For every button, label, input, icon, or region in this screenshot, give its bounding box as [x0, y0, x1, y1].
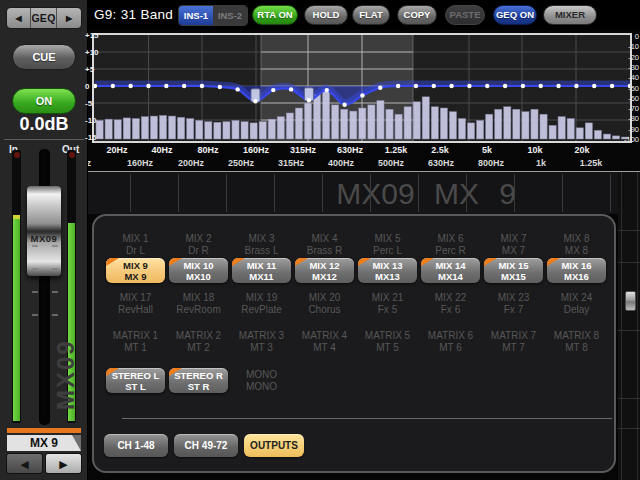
channel-matrix-7[interactable]: MATRIX 7MT 7	[491, 330, 536, 353]
flat-button[interactable]: FLAT	[352, 5, 390, 25]
name-cell-divider	[322, 174, 323, 212]
left-scale-label: 0	[85, 82, 89, 91]
eq-graph-svg[interactable]	[94, 35, 630, 141]
channel-matrix-5[interactable]: MATRIX 5MT 5	[365, 330, 410, 353]
name-cell-divider	[514, 174, 515, 212]
channel-name-watermark-primary: MX09	[328, 172, 423, 214]
eq-graph[interactable]	[92, 33, 632, 143]
channel-mono[interactable]: MONOMONO	[246, 369, 277, 392]
name-cell-divider	[226, 174, 227, 212]
strip-tick	[618, 330, 640, 331]
band-label: 500Hz	[369, 158, 413, 168]
channel-mix-12-button[interactable]: MIX 12MX12	[295, 258, 354, 283]
channel-matrix-8[interactable]: MATRIX 8MT 8	[554, 330, 599, 353]
channel-select-cell: MATRIX 4MT 4	[293, 330, 356, 353]
channel-mix-10-button[interactable]: MIX 10MX10	[169, 258, 228, 283]
input-clip-led	[14, 152, 20, 158]
name-cell-divider	[274, 174, 275, 212]
channel-mix-8[interactable]: MIX 8MX 8	[563, 233, 589, 256]
channel-matrix-2[interactable]: MATRIX 2MT 2	[176, 330, 221, 353]
tab-ins-2[interactable]: INS-2	[213, 6, 247, 25]
outputs-tab[interactable]: OUTPUTS	[244, 434, 304, 457]
channel-mix-4[interactable]: MIX 4Brass R	[307, 233, 343, 256]
channel-color-bar	[7, 428, 81, 433]
channel-name-row: MX09 MX 9	[88, 172, 640, 214]
channel-mix-15-button[interactable]: MIX 15MX15	[484, 258, 543, 283]
channel-matrix-6[interactable]: MATRIX 6MT 6	[428, 330, 473, 353]
channel-select-cell: MIX 7MX 7	[482, 233, 545, 256]
channel-mix-11-button[interactable]: MIX 11MX11	[232, 258, 291, 283]
name-cell-divider	[466, 174, 467, 212]
channel-stereo-r-button[interactable]: STEREO RST R	[169, 368, 228, 393]
channel-mix-6[interactable]: MIX 6Perc R	[435, 233, 466, 256]
fader-knob-label: MX09	[31, 233, 58, 244]
next-channel-button[interactable]: ▶	[45, 453, 82, 474]
copy-button[interactable]: COPY	[397, 5, 437, 25]
right-scale-label: 0	[620, 32, 639, 41]
channel-select-cell: MATRIX 3MT 3	[230, 330, 293, 353]
channel-select-row: MIX 17RevHallMIX 18RevRoomMIX 19RevPlate…	[104, 292, 608, 315]
channel-name-tag: MX 9	[7, 435, 81, 451]
input-meter-fill	[13, 219, 20, 421]
channel-select-cell: MIX 24Delay	[545, 292, 608, 315]
freq-label: 630Hz	[328, 145, 372, 155]
page-title: G9: 31 Band	[94, 7, 173, 22]
on-button[interactable]: ON	[12, 88, 76, 114]
prev-channel-button[interactable]: ◀	[6, 453, 43, 474]
channel-mix-7[interactable]: MIX 7MX 7	[500, 233, 526, 256]
strip-tick	[618, 398, 640, 399]
background-fader-strip	[618, 172, 640, 480]
channel-select-cell: MIX 5Perc L	[356, 233, 419, 256]
name-cell-divider	[178, 174, 179, 212]
channel-strip-sidebar: ◀ GEQ ▶ CUE ON 0.0dB In Out MX09 MX09 MX…	[0, 0, 88, 480]
background-fader-thumb[interactable]	[625, 291, 636, 311]
geq-prev-icon[interactable]: ◀	[7, 8, 31, 28]
hold-button[interactable]: HOLD	[304, 5, 348, 25]
geq-next-icon[interactable]: ▶	[57, 8, 81, 28]
channel-mix-24[interactable]: MIX 24Delay	[561, 292, 593, 315]
channel-mix-20[interactable]: MIX 20Chorus	[308, 292, 340, 315]
tab-ins-1[interactable]: INS-1	[179, 6, 213, 25]
channel-name-watermark-secondary: MX 9	[425, 172, 525, 214]
channel-mix-17[interactable]: MIX 17RevHall	[118, 292, 153, 315]
channel-mix-14-button[interactable]: MIX 14MX14	[421, 258, 480, 283]
rta-on-button[interactable]: RTA ON	[252, 5, 298, 25]
channel-select-cell: MIX 17RevHall	[104, 292, 167, 315]
channel-stereo-l-button[interactable]: STEREO LST L	[106, 368, 165, 393]
channel-mix-21[interactable]: MIX 21Fx 5	[372, 292, 404, 315]
channel-mix-23[interactable]: MIX 23Fx 7	[498, 292, 530, 315]
channel-matrix-3[interactable]: MATRIX 3MT 3	[239, 330, 284, 353]
channel-matrix-1[interactable]: MATRIX 1MT 1	[113, 330, 158, 353]
right-scale-label: -30	[620, 63, 639, 72]
fader-knob[interactable]: MX09	[27, 186, 61, 276]
channel-matrix-4[interactable]: MATRIX 4MT 4	[302, 330, 347, 353]
freq-label: 5k	[465, 145, 509, 155]
name-cell-divider	[562, 174, 563, 212]
channel-mix-5[interactable]: MIX 5Perc L	[373, 233, 402, 256]
channel-mix-3[interactable]: MIX 3Brass L	[245, 233, 279, 256]
channel-select-cell: MIX 13MX13	[356, 258, 419, 283]
mixer-button[interactable]: MIXER	[543, 5, 597, 25]
fader-tick	[32, 268, 38, 270]
left-scale-label: +15	[85, 31, 99, 40]
channel-mix-1[interactable]: MIX 1Dr L	[122, 233, 148, 256]
cue-button[interactable]: CUE	[12, 44, 76, 70]
channel-select-cell: MIX 3Brass L	[230, 233, 293, 256]
channel-select-cell: MIX 8MX 8	[545, 233, 608, 256]
channel-mix-18[interactable]: MIX 18RevRoom	[176, 292, 220, 315]
fader-tick	[32, 314, 38, 316]
channel-mix-9-button[interactable]: MIX 9MX 9	[106, 258, 165, 283]
channel-select-cell: MONOMONO	[230, 368, 293, 393]
channel-mix-16-button[interactable]: MIX 16MX16	[547, 258, 606, 283]
channel-mix-13-button[interactable]: MIX 13MX13	[358, 258, 417, 283]
right-scale-label: -40	[620, 73, 639, 82]
channel-mix-2[interactable]: MIX 2Dr R	[185, 233, 211, 256]
ch-1-48-tab[interactable]: CH 1-48	[104, 434, 168, 457]
channel-mix-22[interactable]: MIX 22Fx 6	[435, 292, 467, 315]
ins-tabs: INS-1INS-2	[178, 5, 248, 26]
channel-mix-19[interactable]: MIX 19RevPlate	[241, 292, 282, 315]
freq-label: 1.25k	[374, 145, 418, 155]
channel-select-cell: MIX 19RevPlate	[230, 292, 293, 315]
ch-49-72-tab[interactable]: CH 49-72	[174, 434, 238, 457]
geq-on-button[interactable]: GEQ ON	[493, 5, 537, 25]
